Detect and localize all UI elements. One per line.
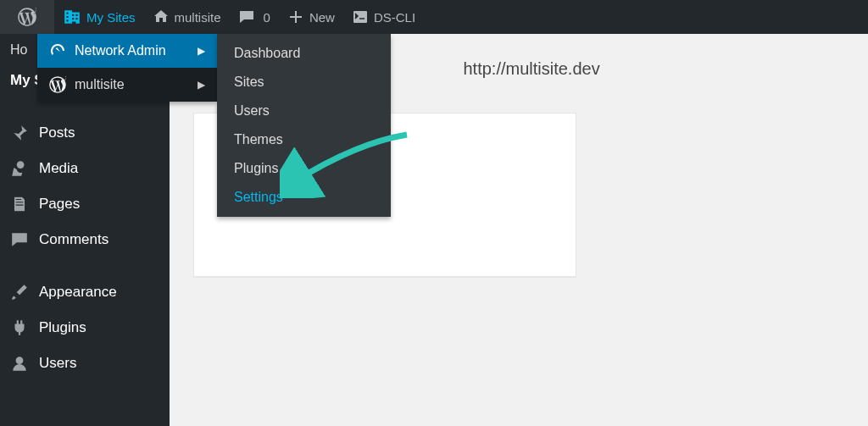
pages-icon: [10, 195, 29, 213]
adminbar-comments-count: 0: [264, 10, 270, 25]
submenu-item-label: Settings: [234, 190, 283, 205]
network-admin-submenu: Dashboard Sites Users Themes Plugins Set…: [217, 34, 391, 217]
comment-icon: [238, 8, 255, 25]
pin-icon: [10, 124, 29, 142]
submenu-sites[interactable]: Sites: [217, 68, 391, 97]
wordpress-icon: [18, 8, 36, 26]
flyout-subsite[interactable]: multisite ▶: [37, 68, 217, 102]
sidebar-item-plugins[interactable]: Plugins: [0, 310, 170, 346]
chevron-right-icon: ▶: [198, 45, 205, 57]
sidebar-item-appearance[interactable]: Appearance: [0, 274, 170, 310]
sidebar-item-label: Pages: [39, 196, 80, 213]
submenu-settings[interactable]: Settings: [217, 183, 391, 212]
adminbar-site-name-label: multisite: [175, 10, 221, 25]
adminbar-my-sites[interactable]: My Sites: [54, 0, 144, 34]
sidebar-item-posts[interactable]: Posts: [0, 115, 170, 151]
comment-icon: [10, 230, 29, 249]
adminbar-new-label: New: [309, 10, 335, 25]
flyout-network-admin-label: Network Admin: [75, 43, 166, 58]
sidebar-item-label: Appearance: [39, 284, 117, 301]
chevron-right-icon: ▶: [198, 79, 205, 91]
submenu-item-label: Plugins: [234, 161, 278, 176]
submenu-users[interactable]: Users: [217, 97, 391, 125]
sidebar-item-label: Plugins: [39, 319, 86, 336]
flyout-network-admin[interactable]: Network Admin ▶: [37, 34, 217, 68]
dashboard-icon: [49, 42, 66, 59]
adminbar-comments[interactable]: 0: [230, 0, 279, 34]
sidebar-item-label: Posts: [39, 124, 75, 141]
adminbar-dscli-label: DS-CLI: [374, 10, 415, 25]
user-icon: [10, 354, 29, 373]
brush-icon: [10, 283, 29, 302]
wp-logo[interactable]: [0, 0, 54, 34]
media-icon: [10, 159, 29, 178]
adminbar-new[interactable]: New: [279, 0, 343, 34]
submenu-item-label: Sites: [234, 75, 264, 90]
adminbar-dscli[interactable]: DS-CLI: [343, 0, 424, 34]
wordpress-icon: [49, 76, 66, 93]
adminbar-my-sites-label: My Sites: [86, 10, 136, 25]
home-icon: [153, 8, 170, 25]
sidebar-item-label: Media: [39, 160, 78, 177]
sidebar-item-pages[interactable]: Pages: [0, 186, 170, 222]
admin-bar: My Sites multisite 0 New DS-CLI: [0, 0, 868, 34]
sidebar-item-comments[interactable]: Comments: [0, 222, 170, 257]
submenu-item-label: Dashboard: [234, 46, 300, 61]
submenu-themes[interactable]: Themes: [217, 125, 391, 154]
plugin-icon: [10, 318, 29, 337]
my-sites-flyout: Network Admin ▶ multisite ▶: [37, 34, 217, 102]
submenu-plugins[interactable]: Plugins: [217, 154, 391, 183]
sidebar-item-label: Comments: [39, 231, 108, 248]
plus-icon: [287, 8, 304, 25]
submenu-dashboard[interactable]: Dashboard: [217, 39, 391, 68]
sidebar-item-users[interactable]: Users: [0, 346, 170, 381]
submenu-item-label: Themes: [234, 132, 283, 147]
sidebar-item-label: Users: [39, 355, 76, 372]
submenu-item-label: Users: [234, 103, 270, 119]
adminbar-site-name[interactable]: multisite: [144, 0, 230, 34]
terminal-icon: [352, 8, 369, 25]
sidebar-item-media[interactable]: Media: [0, 151, 170, 186]
flyout-subsite-label: multisite: [75, 77, 125, 92]
multisite-icon: [63, 8, 81, 26]
